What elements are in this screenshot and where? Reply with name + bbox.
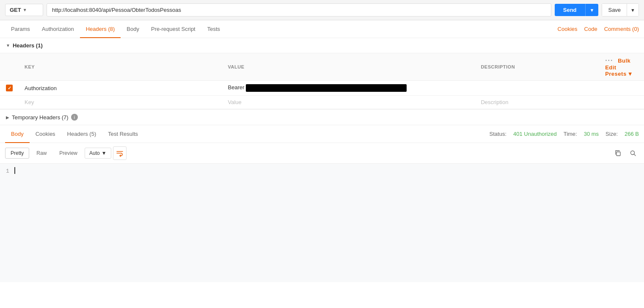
method-select[interactable]: GET ▼ — [5, 4, 43, 16]
response-toolbar: Pretty Raw Preview Auto ▼ — [0, 143, 644, 164]
headers-section-title[interactable]: ▼ Headers (1) — [0, 38, 644, 53]
text-cursor — [14, 167, 15, 174]
response-toolbar-left: Pretty Raw Preview Auto ▼ — [5, 146, 127, 160]
response-status-bar: Status: 401 Unauthorized Time: 30 ms Siz… — [490, 131, 639, 137]
presets-button[interactable]: Presets ▼ — [605, 71, 638, 77]
response-body: 1 — [0, 164, 644, 282]
send-dropdown-button[interactable]: ▼ — [585, 4, 599, 16]
bearer-prefix: Bearer — [228, 84, 245, 91]
temp-headers-label: Temporary Headers (7) — [12, 114, 69, 121]
headers-table: KEY VALUE DESCRIPTION ··· Bulk Edit Pres… — [0, 53, 644, 109]
search-button[interactable] — [627, 147, 639, 159]
bearer-token-redacted — [246, 84, 407, 92]
key-placeholder: Key — [25, 99, 34, 105]
top-bar: GET ▼ Send ▼ Save ▼ — [0, 0, 644, 20]
row-checkbox[interactable] — [6, 85, 13, 91]
temp-headers-chevron-icon: ▶ — [6, 115, 9, 120]
pretty-button[interactable]: Pretty — [5, 148, 29, 159]
code-content[interactable] — [14, 167, 638, 279]
code-link[interactable]: Code — [584, 26, 597, 32]
response-tabs-left: Body Cookies Headers (5) Test Results — [5, 125, 144, 143]
send-button[interactable]: Send — [555, 4, 585, 16]
status-value: 401 Unauthorized — [513, 131, 557, 137]
copy-button[interactable] — [612, 147, 624, 159]
save-btn-group: Save ▼ — [602, 3, 639, 16]
empty-value-cell[interactable]: Value — [222, 96, 475, 109]
resp-tab-body[interactable]: Body — [5, 126, 30, 143]
presets-chevron-icon: ▼ — [627, 71, 633, 77]
tab-tests[interactable]: Tests — [201, 21, 226, 38]
response-toolbar-right — [612, 147, 639, 159]
search-icon — [630, 150, 636, 157]
tab-headers[interactable]: Headers (8) — [80, 21, 121, 38]
empty-checkbox-cell — [0, 96, 19, 109]
table-row: Authorization Bearer — [0, 81, 644, 96]
empty-desc-cell[interactable]: Description — [475, 96, 599, 109]
wrap-icon — [116, 149, 124, 157]
chevron-down-icon: ▼ — [6, 43, 10, 48]
resp-tab-test-results[interactable]: Test Results — [102, 126, 144, 143]
request-tabs: Params Authorization Headers (8) Body Pr… — [0, 20, 644, 38]
headers-section: ▼ Headers (1) KEY VALUE DESCRIPTION ··· … — [0, 38, 644, 110]
save-button[interactable]: Save — [602, 3, 627, 16]
row-description[interactable] — [475, 81, 599, 96]
format-label: Auto — [89, 150, 100, 156]
url-input[interactable] — [47, 3, 551, 16]
method-label: GET — [10, 7, 21, 13]
svg-line-2 — [634, 154, 636, 156]
request-tabs-left: Params Authorization Headers (8) Body Pr… — [5, 20, 226, 38]
status-label: Status: — [490, 131, 506, 137]
table-row-empty: Key Value Description — [0, 96, 644, 109]
format-chevron-icon: ▼ — [102, 150, 107, 156]
row-value[interactable]: Bearer — [222, 81, 475, 96]
tab-body[interactable]: Body — [121, 21, 145, 38]
headers-section-label: Headers (1) — [13, 42, 43, 49]
empty-key-cell[interactable]: Key — [19, 96, 222, 109]
resp-tab-cookies[interactable]: Cookies — [30, 126, 61, 143]
size-value: 266 B — [625, 131, 639, 137]
cookies-link[interactable]: Cookies — [558, 26, 578, 32]
cursor-line — [14, 167, 638, 174]
size-label: Size: — [605, 131, 618, 137]
value-placeholder: Value — [228, 99, 242, 105]
col-header-value: VALUE — [222, 53, 475, 81]
method-chevron-icon: ▼ — [23, 8, 27, 12]
more-options-icon[interactable]: ··· — [605, 57, 613, 64]
resp-tab-headers[interactable]: Headers (5) — [61, 126, 102, 143]
send-btn-group: Send ▼ — [555, 4, 599, 16]
temporary-headers-section[interactable]: ▶ Temporary Headers (7) i — [0, 110, 644, 125]
time-label: Time: — [564, 131, 577, 137]
line-numbers: 1 — [6, 167, 9, 279]
response-tabs: Body Cookies Headers (5) Test Results St… — [0, 125, 644, 143]
tab-params[interactable]: Params — [5, 21, 36, 38]
row-key[interactable]: Authorization — [19, 81, 222, 96]
row-actions — [599, 81, 644, 96]
tab-authorization[interactable]: Authorization — [36, 21, 80, 38]
request-tabs-right: Cookies Code Comments (0) — [558, 26, 639, 32]
col-header-description: DESCRIPTION — [475, 53, 599, 81]
col-header-key: KEY — [19, 53, 222, 81]
info-icon[interactable]: i — [71, 114, 78, 121]
tab-pre-request-script[interactable]: Pre-request Script — [145, 21, 201, 38]
row-checkbox-cell — [0, 81, 19, 96]
copy-icon — [614, 150, 621, 157]
col-header-actions: ··· Bulk Edit Presets ▼ — [599, 53, 644, 81]
preview-button[interactable]: Preview — [54, 148, 83, 159]
comments-link[interactable]: Comments (0) — [604, 26, 639, 32]
save-dropdown-button[interactable]: ▼ — [627, 3, 639, 16]
description-placeholder: Description — [481, 99, 508, 105]
time-value: 30 ms — [584, 131, 599, 137]
format-select[interactable]: Auto ▼ — [85, 148, 111, 159]
line-number-1: 1 — [6, 167, 9, 176]
wrap-button[interactable] — [113, 146, 127, 160]
svg-rect-0 — [616, 152, 620, 156]
raw-button[interactable]: Raw — [31, 148, 52, 159]
empty-actions-cell — [599, 96, 644, 109]
